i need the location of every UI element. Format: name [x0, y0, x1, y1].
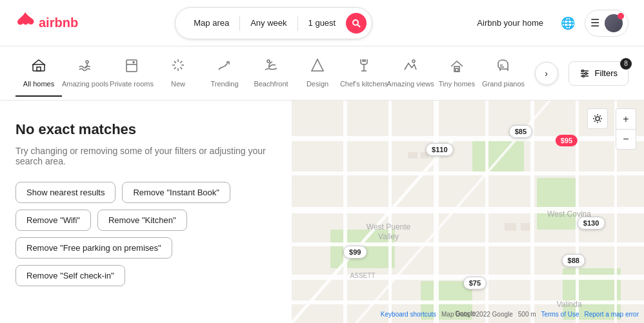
search-divider-1 [239, 15, 240, 31]
svg-point-55 [596, 117, 599, 121]
category-cabins[interactable]: Cabins [527, 50, 535, 97]
svg-text:Valley: Valley [378, 232, 399, 241]
grand-pianos-icon [496, 58, 510, 76]
svg-rect-5 [126, 60, 137, 72]
chefs-kitchens-label: Chef's kitchens [340, 80, 388, 88]
all-homes-label: All homes [23, 80, 54, 88]
search-button[interactable] [346, 13, 367, 34]
svg-rect-10 [454, 66, 459, 72]
amazing-views-label: Amazing views [387, 80, 434, 88]
trending-icon [217, 58, 232, 76]
map-settings-button[interactable] [587, 108, 608, 129]
category-next-arrow[interactable]: › [535, 62, 558, 85]
remove-wifi-button[interactable]: Remove "Wifi" [15, 210, 91, 231]
svg-point-22 [585, 72, 587, 74]
category-chefs-kitchens[interactable]: Chef's kitchens [341, 50, 387, 97]
svg-rect-53 [505, 223, 516, 231]
svg-rect-39 [485, 101, 488, 323]
svg-rect-11 [456, 68, 458, 72]
map-controls: + − [616, 108, 636, 150]
remove-kitchen-button[interactable]: Remove "Kitchen" [97, 210, 187, 231]
category-tiny-homes[interactable]: Tiny homes [434, 50, 480, 97]
user-menu-button[interactable]: ☰ [585, 10, 629, 37]
map-pin-2[interactable]: $85 [509, 125, 532, 138]
category-grand-pianos[interactable]: Grand pianos [480, 50, 527, 97]
report-map-error[interactable]: Report a map error [585, 311, 639, 318]
map-pin-3[interactable]: $95 [556, 135, 578, 146]
svg-rect-26 [537, 178, 576, 230]
private-rooms-label: Private rooms [110, 80, 154, 88]
amazing-views-icon [403, 58, 418, 76]
svg-line-1 [357, 24, 360, 27]
filters-label: Filters [595, 68, 618, 78]
beachfront-icon [264, 58, 278, 76]
new-label: New [171, 80, 185, 88]
filter-buttons-row-1: Show nearest results Remove "Instant Boo… [15, 182, 276, 231]
remove-free-parking-button[interactable]: Remove "Free parking on premises" [15, 237, 172, 259]
svg-point-9 [412, 60, 415, 63]
tiny-homes-icon [450, 58, 464, 76]
airbnb-logo-icon [15, 11, 35, 35]
keyboard-shortcuts[interactable]: Keyboard shortcuts [381, 311, 436, 318]
all-homes-icon [32, 58, 46, 76]
map-pin-5[interactable]: $88 [562, 254, 585, 267]
category-design[interactable]: Design [294, 50, 341, 97]
logo[interactable]: airbnb [15, 11, 78, 35]
remove-self-checkin-button[interactable]: Remove "Self check-in" [15, 265, 125, 286]
map-attribution-right: Keyboard shortcuts Map Data ©2022 Google… [381, 311, 639, 318]
map-pin-1[interactable]: $110 [426, 143, 453, 156]
language-button[interactable]: 🌐 [556, 12, 579, 35]
svg-rect-3 [37, 67, 41, 71]
grand-pianos-label: Grand pianos [482, 80, 525, 88]
svg-point-21 [581, 70, 583, 72]
beachfront-label: Beachfront [254, 80, 288, 88]
map-pin-6[interactable]: $75 [463, 277, 487, 289]
category-amazing-views[interactable]: Amazing views [387, 50, 434, 97]
search-week: Any week [243, 18, 294, 28]
map-pin-4[interactable]: $130 [578, 217, 605, 230]
design-label: Design [307, 80, 328, 88]
svg-point-6 [133, 61, 134, 63]
search-divider-2 [297, 15, 298, 31]
category-trending[interactable]: Trending [201, 50, 248, 97]
map-pin-7[interactable]: $99 [343, 246, 367, 259]
notification-badge [618, 13, 624, 19]
zoom-out-button[interactable]: − [616, 129, 636, 150]
svg-rect-36 [343, 101, 347, 323]
amazing-pools-label: Amazing pools [62, 80, 108, 88]
scale: 500 m [518, 311, 536, 318]
svg-point-4 [86, 61, 88, 63]
svg-point-7 [267, 60, 270, 63]
filters-badge: 8 [620, 58, 632, 70]
search-area: Map area [186, 18, 237, 28]
filter-buttons-row-2: Remove "Free parking on premises" Remove… [15, 237, 276, 286]
terms-of-use[interactable]: Terms of Use [541, 311, 579, 318]
filters-button[interactable]: Filters 8 [569, 61, 629, 86]
new-icon [171, 58, 185, 76]
svg-text:West Puente: West Puente [367, 222, 411, 231]
svg-rect-54 [521, 223, 530, 231]
category-all-homes[interactable]: All homes [15, 50, 62, 97]
show-nearest-button[interactable]: Show nearest results [15, 182, 116, 203]
no-matches-description: Try changing or removing some of your fi… [15, 146, 276, 166]
header-right: Airbnb your home 🌐 ☰ [469, 10, 629, 37]
search-guest: 1 guest [301, 18, 344, 28]
svg-text:Valinda: Valinda [556, 300, 581, 309]
category-new[interactable]: New [155, 50, 201, 97]
category-amazing-pools[interactable]: Amazing pools [62, 50, 108, 97]
category-private-rooms[interactable]: Private rooms [108, 50, 155, 97]
no-matches-title: No exact matches [15, 121, 276, 138]
category-beachfront[interactable]: Beachfront [248, 50, 294, 97]
tiny-homes-label: Tiny homes [439, 80, 475, 88]
avatar-container [605, 14, 623, 32]
amazing-pools-icon [78, 58, 92, 76]
left-panel: No exact matches Try changing or removin… [0, 101, 292, 323]
svg-point-23 [582, 75, 584, 77]
category-nav: All homes Amazing pools Pri [0, 46, 644, 101]
airbnb-your-home-link[interactable]: Airbnb your home [469, 13, 551, 33]
zoom-in-button[interactable]: + [616, 108, 636, 129]
search-bar[interactable]: Map area Any week 1 guest [175, 7, 372, 39]
map-area[interactable]: ‹ [292, 101, 644, 323]
svg-text:ASSETT: ASSETT [350, 272, 376, 279]
remove-instant-book-button[interactable]: Remove "Instant Book" [122, 182, 230, 203]
